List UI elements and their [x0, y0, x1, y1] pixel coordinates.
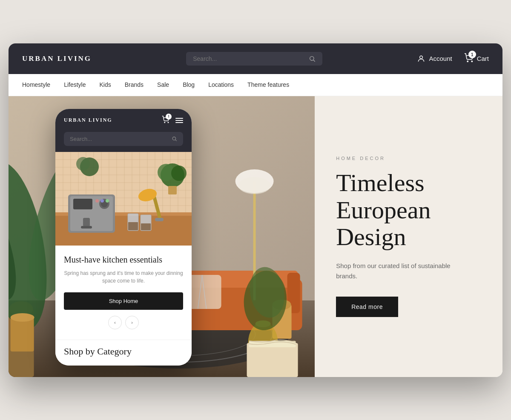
- phone-article-title: Must-have kitchen essentials: [64, 254, 183, 265]
- hero-category-label: HOME DECOR: [336, 156, 472, 161]
- cart-icon-wrap: 1: [464, 53, 474, 64]
- svg-rect-77: [81, 226, 92, 229]
- hero-title-line3: Design: [336, 223, 406, 251]
- svg-rect-76: [83, 218, 90, 226]
- phone-shop-category-title: Shop by Category: [64, 346, 183, 357]
- svg-rect-88: [168, 186, 177, 194]
- svg-point-37: [172, 137, 175, 140]
- next-arrow[interactable]: ›: [125, 316, 139, 329]
- nav-item-blog[interactable]: Blog: [183, 80, 195, 90]
- top-right-actions: Account 1 Cart: [417, 53, 489, 64]
- svg-rect-25: [11, 317, 34, 351]
- nav-item-homestyle[interactable]: Homestyle: [22, 80, 50, 90]
- nav-item-theme-features[interactable]: Theme features: [247, 80, 289, 90]
- phone-hero-image: [55, 152, 192, 246]
- hero-right-panel: HOME DECOR Timeless European Design Shop…: [315, 96, 502, 377]
- secondary-nav-bar: Homestyle Lifestyle Kids Brands Sale Blo…: [9, 74, 502, 96]
- phone-bottom-section: Shop by Category: [55, 340, 192, 366]
- svg-point-2: [420, 56, 423, 59]
- phone-pagination: ‹ ›: [64, 316, 183, 329]
- cart-link[interactable]: 1 Cart: [464, 53, 489, 64]
- nav-item-sale[interactable]: Sale: [157, 80, 169, 90]
- phone-search-bar: [55, 132, 192, 152]
- svg-point-74: [100, 199, 104, 203]
- svg-rect-33: [247, 343, 298, 377]
- cart-count-badge: 1: [468, 51, 476, 58]
- svg-point-4: [471, 61, 472, 62]
- top-navigation-bar: URBAN LIVING Account 1: [9, 43, 502, 74]
- person-icon: [417, 54, 425, 63]
- phone-search-inner[interactable]: [64, 132, 183, 146]
- phone-brand-logo: URBAN LIVING: [64, 117, 112, 123]
- phone-top-bar: URBAN LIVING 1: [55, 109, 192, 132]
- phone-icons: 1: [162, 116, 183, 125]
- svg-point-26: [11, 313, 34, 322]
- nav-item-lifestyle[interactable]: Lifestyle: [64, 80, 86, 90]
- hero-content: HOME DECOR Timeless European Design Shop…: [336, 156, 472, 317]
- svg-rect-84: [155, 218, 164, 221]
- phone-article-subtitle: Spring has sprung and it's time to make …: [64, 269, 183, 285]
- svg-point-73: [95, 199, 99, 203]
- hero-subtitle: Shop from our curated list of sustainabl…: [336, 261, 472, 281]
- svg-rect-81: [141, 223, 151, 230]
- svg-rect-70: [73, 199, 92, 209]
- search-bar[interactable]: [186, 52, 322, 66]
- svg-point-75: [106, 199, 109, 203]
- svg-point-90: [76, 157, 90, 171]
- svg-point-87: [171, 166, 187, 181]
- phone-cart-wrap[interactable]: 1: [162, 116, 169, 125]
- hero-title: Timeless European Design: [336, 169, 472, 251]
- nav-item-locations[interactable]: Locations: [208, 80, 234, 90]
- account-label: Account: [429, 55, 452, 62]
- search-input[interactable]: [193, 55, 304, 62]
- svg-line-1: [313, 60, 315, 62]
- svg-point-19: [238, 177, 271, 194]
- kitchen-scene-svg: [55, 152, 192, 246]
- hero-title-line1: Timeless: [336, 169, 424, 197]
- svg-point-36: [168, 122, 169, 123]
- phone-article-content: Must-have kitchen essentials Spring has …: [55, 246, 192, 340]
- read-more-button[interactable]: Read more: [336, 297, 398, 317]
- nav-item-kids[interactable]: Kids: [100, 80, 111, 90]
- phone-search-icon: [172, 136, 177, 142]
- browser-window: URBAN LIVING Account 1: [9, 43, 502, 377]
- account-link[interactable]: Account: [417, 54, 452, 63]
- cart-label: Cart: [477, 55, 489, 62]
- phone-shop-button[interactable]: Shop Home: [64, 292, 183, 310]
- svg-point-0: [310, 56, 314, 60]
- svg-rect-80: [128, 222, 138, 230]
- brand-logo[interactable]: URBAN LIVING: [22, 54, 92, 63]
- svg-line-38: [175, 140, 177, 141]
- prev-arrow[interactable]: ‹: [108, 316, 122, 329]
- hero-image-area: URBAN LIVING 1: [9, 96, 315, 377]
- nav-item-brands[interactable]: Brands: [125, 80, 144, 90]
- hero-section: URBAN LIVING 1: [9, 96, 502, 377]
- phone-mockup: URBAN LIVING 1: [55, 109, 192, 366]
- search-icon: [309, 55, 316, 62]
- phone-menu-icon[interactable]: [175, 118, 183, 123]
- svg-point-35: [164, 122, 165, 123]
- svg-point-3: [467, 61, 468, 62]
- hero-title-line2: European: [336, 196, 431, 224]
- phone-search-input[interactable]: [70, 136, 168, 142]
- phone-cart-badge: 1: [166, 114, 172, 120]
